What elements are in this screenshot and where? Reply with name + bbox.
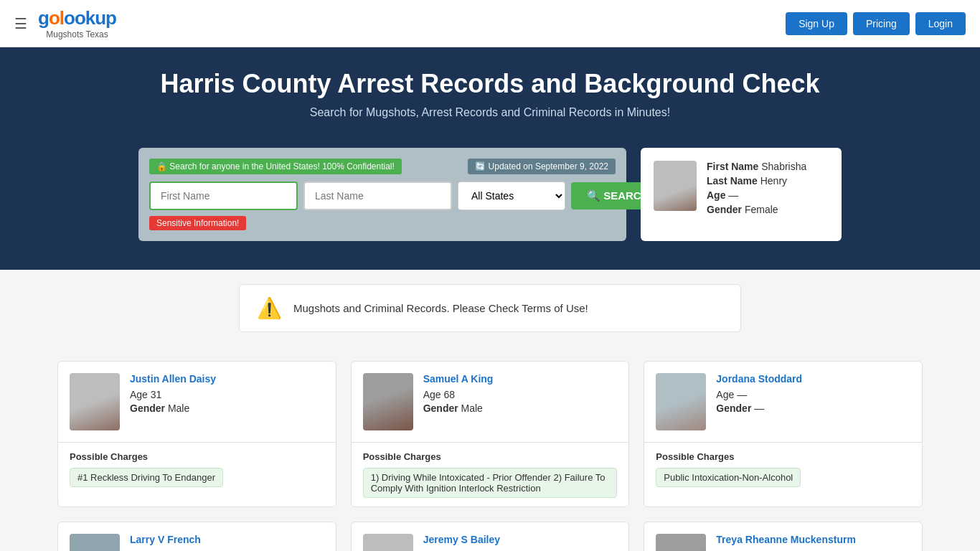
person-card[interactable]: Treya Rheanne Muckensturm Age Gender Pos…: [644, 522, 923, 551]
warning-bar: ⚠️ Mugshots and Criminal Records. Please…: [239, 284, 741, 332]
profile-thumbnail: [654, 161, 697, 211]
cards-section: Justin Allen Daisy Age 31 Gender Male Po…: [0, 347, 980, 551]
person-gender: Gender Male: [423, 402, 494, 414]
card-header: Samuel A King Age 68 Gender Male: [352, 362, 629, 443]
mugshot-4: [70, 534, 120, 551]
age-label: Age: [707, 189, 725, 201]
card-charges: Possible Charges #1 Reckless Driving To …: [58, 443, 336, 496]
mugshot-6: [656, 534, 706, 551]
person-card[interactable]: Jordana Stoddard Age — Gender — Possible…: [644, 361, 923, 507]
search-top-bar: 🔒 Search for anyone in the United States…: [149, 159, 616, 174]
login-button[interactable]: Login: [915, 12, 966, 35]
hero-section: Harris County Arrest Records and Backgro…: [0, 47, 980, 148]
mugshot-image: [656, 373, 706, 430]
mugshot-image: [656, 534, 706, 551]
mugshot-image: [70, 534, 120, 551]
search-inputs: All StatesAlabamaAlaskaArizonaArkansasCa…: [149, 182, 616, 210]
logo-area: golookup Mugshots Texas: [38, 7, 116, 39]
sensitive-badge: Sensitive Information!: [149, 216, 246, 230]
age-label: Age: [130, 389, 148, 400]
first-name-input[interactable]: [149, 182, 298, 210]
card-info: Justin Allen Daisy Age 31 Gender Male: [130, 373, 216, 416]
person-name: Samuel A King: [423, 373, 494, 385]
person-name: Jeremy S Bailey: [423, 534, 500, 545]
gender-label: Gender: [423, 402, 458, 414]
header: ☰ golookup Mugshots Texas Sign Up Pricin…: [0, 0, 980, 47]
hamburger-icon[interactable]: ☰: [14, 15, 27, 32]
mugshot-2: [363, 373, 413, 430]
mugshot-image: [70, 373, 120, 430]
person-name: Jordana Stoddard: [716, 373, 802, 385]
charge-tag: 1) Driving While Intoxicated - Prior Off…: [363, 468, 618, 498]
search-section: 🔒 Search for anyone in the United States…: [0, 148, 980, 270]
charges-label: Possible Charges: [656, 451, 910, 462]
state-select[interactable]: All StatesAlabamaAlaskaArizonaArkansasCa…: [458, 182, 565, 210]
card-header: Larry V French Age 64 Gender: [58, 522, 336, 551]
charge-tag: #1 Reckless Driving To Endanger: [70, 468, 223, 487]
header-left: ☰ golookup Mugshots Texas: [14, 7, 116, 39]
warning-icon: ⚠️: [257, 296, 282, 320]
lastname-value: Henry: [760, 175, 787, 187]
card-charges: Possible Charges 1) Driving While Intoxi…: [352, 443, 629, 507]
profile-card: First Name Shabrisha Last Name Henry Age…: [641, 148, 842, 241]
mugshot-3: [656, 373, 706, 430]
card-header: Jeremy S Bailey Age — Gender: [352, 522, 629, 551]
person-gender: Gender Male: [130, 402, 216, 414]
profile-info: First Name Shabrisha Last Name Henry Age…: [707, 161, 806, 218]
search-box: 🔒 Search for anyone in the United States…: [138, 148, 626, 241]
page-title: Harris County Arrest Records and Backgro…: [14, 69, 966, 99]
hero-subtitle: Search for Mugshots, Arrest Records and …: [14, 106, 966, 119]
header-nav: Sign Up Pricing Login: [786, 12, 966, 35]
charges-label: Possible Charges: [70, 451, 324, 462]
person-card[interactable]: Justin Allen Daisy Age 31 Gender Male Po…: [57, 361, 336, 507]
charges-label: Possible Charges: [363, 451, 618, 462]
age-label: Age: [423, 389, 441, 400]
card-header: Treya Rheanne Muckensturm Age Gender: [644, 522, 922, 551]
person-name: Treya Rheanne Muckensturm: [716, 534, 856, 545]
profile-image: [654, 161, 697, 211]
person-gender: Gender —: [716, 402, 802, 414]
pricing-button[interactable]: Pricing: [853, 12, 910, 35]
gender-label: Gender: [716, 402, 751, 414]
person-age: Age —: [716, 389, 802, 400]
logo: golookup: [38, 7, 116, 29]
lastname-label: Last Name: [707, 175, 758, 187]
firstname-value: Shabrisha: [761, 161, 806, 172]
gender-label: Gender: [707, 204, 742, 215]
person-name: Justin Allen Daisy: [130, 373, 216, 385]
card-header: Justin Allen Daisy Age 31 Gender Male: [58, 362, 336, 443]
card-info: Jeremy S Bailey Age — Gender: [423, 534, 500, 551]
mugshot-5: [363, 534, 413, 551]
card-info: Treya Rheanne Muckensturm Age Gender: [716, 534, 856, 551]
person-age: Age 68: [423, 389, 494, 400]
mugshot-image: [363, 373, 413, 430]
firstname-label: First Name: [707, 161, 758, 172]
signup-button[interactable]: Sign Up: [786, 12, 847, 35]
age-value: —: [728, 189, 738, 201]
last-name-input[interactable]: [303, 182, 452, 210]
logo-subtitle: Mugshots Texas: [38, 29, 116, 39]
person-age: Age 31: [130, 389, 216, 400]
profile-age: Age —: [707, 189, 806, 201]
profile-firstname: First Name Shabrisha: [707, 161, 806, 172]
profile-gender: Gender Female: [707, 204, 806, 215]
charge-tag: Public Intoxication-Non-Alcohol: [656, 468, 801, 487]
gender-value: Female: [745, 204, 778, 215]
card-charges: Possible Charges Public Intoxication-Non…: [644, 443, 922, 496]
mugshot-1: [70, 373, 120, 430]
warning-text: Mugshots and Criminal Records. Please Ch…: [293, 302, 588, 314]
person-name: Larry V French: [130, 534, 201, 545]
updated-badge: 🔄 Updated on September 9, 2022: [468, 159, 616, 174]
cards-grid: Justin Allen Daisy Age 31 Gender Male Po…: [57, 361, 923, 551]
age-label: Age: [716, 389, 734, 400]
profile-lastname: Last Name Henry: [707, 175, 806, 187]
person-card[interactable]: Larry V French Age 64 Gender Possible Ch…: [57, 522, 336, 551]
person-card[interactable]: Jeremy S Bailey Age — Gender Possible Ch…: [351, 522, 630, 551]
person-card[interactable]: Samuel A King Age 68 Gender Male Possibl…: [351, 361, 630, 507]
gender-label: Gender: [130, 402, 165, 414]
card-info: Samuel A King Age 68 Gender Male: [423, 373, 494, 416]
card-info: Jordana Stoddard Age — Gender —: [716, 373, 802, 416]
card-header: Jordana Stoddard Age — Gender —: [644, 362, 922, 443]
mugshot-image: [363, 534, 413, 551]
confidential-badge: 🔒 Search for anyone in the United States…: [149, 159, 402, 174]
